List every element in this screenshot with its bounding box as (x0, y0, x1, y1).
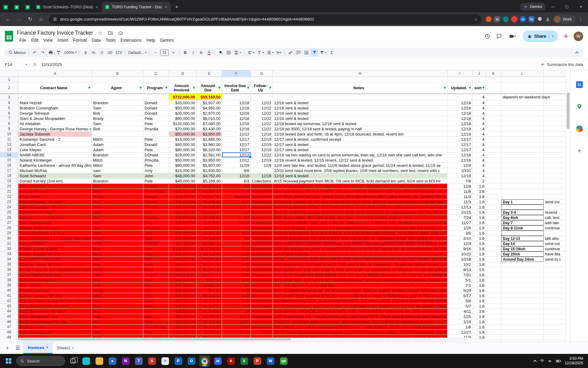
maximize-button[interactable]: □ (560, 1, 574, 12)
cell-K[interactable] (486, 163, 501, 168)
cell-notes[interactable]: 1/25 Abandoned, 1/8 - still no contact w… (273, 314, 447, 319)
cell-contract-name[interactable]: Noland Kirnberger (18, 158, 92, 163)
cell-program[interactable]: Alex (143, 236, 169, 241)
cell-follow-up[interactable]: Abandoned (251, 231, 273, 236)
file-explorer-icon[interactable] (94, 355, 105, 366)
cell-agent[interactable]: Bob (92, 283, 143, 288)
cell-H[interactable] (273, 94, 447, 100)
cell-sort[interactable]: 4 (473, 100, 486, 105)
cell-K[interactable] (486, 121, 501, 126)
cell-C[interactable] (143, 94, 169, 100)
cell-M[interactable] (544, 82, 565, 94)
row-header-15[interactable]: 15 (0, 158, 18, 163)
calendar-icon[interactable]: 31 (575, 81, 583, 89)
cell-invoice-due-date[interactable]: 4/22 (222, 293, 251, 298)
cell-contract-name[interactable]: Ranjith Kumar Kaitha (18, 246, 92, 251)
cell-amount-due[interactable]: $3,950.00 (197, 132, 222, 137)
cell-updated[interactable]: 10/31 (447, 168, 473, 173)
cell-amount-due[interactable]: $6,435.00 (197, 225, 222, 231)
row-header-47[interactable]: 47 (0, 324, 18, 330)
cell-program[interactable]: Pete (143, 262, 169, 267)
day-guide-label[interactable] (501, 116, 544, 121)
cell-K[interactable] (486, 158, 501, 163)
day-guide-label[interactable] (501, 314, 544, 319)
cell-agent[interactable]: Adam (92, 147, 143, 152)
format-percent-button[interactable]: % (90, 49, 97, 56)
cell-invoice-due-date[interactable]: 10/20 (222, 319, 251, 324)
cell-invoice-due-date[interactable]: 5/16 (222, 189, 251, 194)
day-guide-note[interactable] (544, 267, 565, 272)
cell-agent[interactable]: Bob (92, 314, 143, 319)
cell-follow-up[interactable]: Abandoned (251, 220, 273, 225)
close-window-button[interactable]: × (574, 1, 588, 12)
cell-contract-name[interactable]: Michael McRae (18, 168, 92, 173)
cell-program[interactable]: Pete (143, 121, 169, 126)
row-header-24[interactable]: 24 (0, 205, 18, 210)
cell-amount-due[interactable]: $4,067.17 (197, 189, 222, 194)
cell-updated[interactable]: 5/1 (447, 278, 473, 283)
cell-invoice-due-date[interactable]: 12/12 (222, 132, 251, 137)
excel-icon[interactable]: X (239, 355, 250, 366)
italic-button[interactable]: I (189, 49, 197, 56)
cell-contract-name[interactable]: Basil Kourkounakis*60 day (18, 319, 92, 324)
horizontal-scrollbar[interactable] (18, 338, 472, 341)
cell-amount-due[interactable]: $6,435.00 (197, 215, 222, 220)
format-currency-button[interactable]: $ (82, 49, 89, 56)
day-guide-note[interactable] (544, 178, 565, 184)
cell-agent[interactable]: Sam (92, 231, 143, 236)
cell-agent[interactable]: Brady (92, 116, 143, 121)
day-guide-note[interactable] (544, 309, 565, 314)
cell-invoice-due-date[interactable]: 6/25 (222, 262, 251, 267)
day-guide-note[interactable] (544, 137, 565, 142)
minimize-button[interactable]: ─ (546, 1, 560, 12)
cell-contract-name[interactable]: Giovanni Bernardino (18, 278, 92, 283)
cell-sort[interactable]: 1.6 (473, 324, 486, 330)
day-guide-label[interactable]: Around Day 24ish (501, 257, 544, 262)
cell-invoice-due-date[interactable]: 3/28 (222, 278, 251, 283)
cell-notes[interactable]: 10/31 emd need more time, 10/8 replied t… (273, 168, 447, 173)
cell-amount-due[interactable]: $2,970.00 (197, 111, 222, 116)
cell-contract-name[interactable]: Katherine Lachance - almost 60 day (Bria… (18, 163, 92, 168)
cell-sort[interactable]: 1.6 (473, 220, 486, 225)
row-header-8[interactable]: 8 (0, 121, 18, 126)
maps-icon[interactable] (575, 103, 583, 111)
cell-amount-due[interactable]: $1,930.50 (197, 168, 222, 173)
cell-L[interactable] (501, 77, 544, 82)
extension-icon[interactable] (503, 16, 509, 22)
cell-G[interactable] (251, 94, 273, 100)
day-guide-label[interactable] (501, 309, 544, 314)
cell-program[interactable]: Pete (143, 330, 169, 335)
day-guide-label[interactable] (501, 142, 544, 147)
cell-amount-due[interactable]: $4,752.00 (197, 173, 222, 178)
cell-amount-due[interactable]: $4,950.00 (197, 257, 222, 262)
cell-invoice-due-date[interactable]: 7/1 (222, 283, 251, 288)
cell-updated[interactable]: 7/8 (447, 178, 473, 184)
cell-agent[interactable]: Bob (92, 126, 143, 132)
cell-sort[interactable]: 4 (473, 105, 486, 111)
cell-invoice-due-date[interactable]: 12/17 (222, 137, 251, 142)
menu-insert[interactable]: Insert (55, 37, 71, 43)
star-icon[interactable]: ☆ (97, 30, 104, 36)
cell-program[interactable]: Pete (143, 163, 169, 168)
day-guide-note[interactable] (544, 105, 565, 111)
day-guide-note[interactable] (544, 262, 565, 267)
cell-follow-up[interactable]: Abandoned (251, 314, 273, 319)
back-button[interactable]: ← (3, 14, 13, 24)
cell-G[interactable] (251, 77, 273, 82)
row-header-32[interactable]: 32 (0, 246, 18, 251)
day-guide-label[interactable] (501, 283, 544, 288)
row-header-7[interactable]: 7 (0, 116, 18, 121)
cell-contract-name[interactable]: Maurice Sleeth & Bag on Locc Entertainme… (18, 298, 92, 304)
select-all-corner[interactable] (0, 70, 18, 77)
cell-amount-due[interactable]: $2,347.60 (197, 194, 222, 199)
site-settings-icon[interactable] (53, 17, 57, 21)
cell-updated[interactable]: 5/17 (447, 293, 473, 298)
menu-format[interactable]: Format (71, 37, 89, 43)
cell-sort[interactable]: 1.6 (473, 288, 486, 293)
day-guide-label[interactable] (501, 278, 544, 283)
cell-K[interactable] (486, 132, 501, 137)
row-header-48[interactable]: 48 (0, 330, 18, 335)
cell-program[interactable]: John (143, 173, 169, 178)
day-guide-note[interactable]: have Ma (544, 251, 565, 257)
cell-sort[interactable]: 1.6 (473, 215, 486, 220)
